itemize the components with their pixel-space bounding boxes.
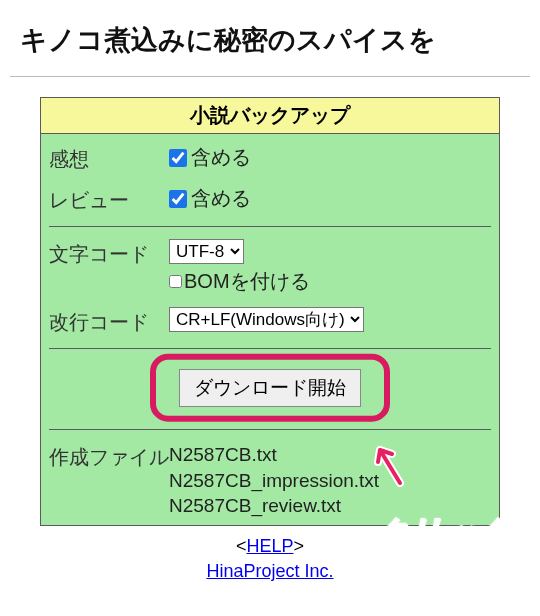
reviews-label: レビュー bbox=[49, 185, 169, 214]
download-button[interactable]: ダウンロード開始 bbox=[179, 369, 361, 407]
row-reviews: レビュー 含める bbox=[41, 179, 499, 220]
company-link[interactable]: HinaProject Inc. bbox=[206, 561, 333, 581]
impressions-label: 感想 bbox=[49, 144, 169, 173]
row-created-files: 作成ファイル N2587CB.txt N2587CB_impression.tx… bbox=[41, 436, 499, 525]
newline-select[interactable]: CR+LF(Windows向け) bbox=[169, 307, 364, 332]
reviews-checkbox-label: 含める bbox=[191, 185, 251, 212]
impressions-checkbox-label: 含める bbox=[191, 144, 251, 171]
row-download: ダウンロード開始 bbox=[41, 355, 499, 423]
separator bbox=[49, 429, 491, 430]
charset-select[interactable]: UTF-8 bbox=[169, 239, 244, 264]
backup-panel: 小説バックアップ 感想 含める レビュー 含める 文字コード UTF-8 bbox=[40, 97, 500, 526]
created-file: N2587CB_impression.txt bbox=[169, 468, 491, 494]
newline-label: 改行コード bbox=[49, 307, 169, 336]
divider bbox=[10, 76, 530, 77]
panel-header: 小説バックアップ bbox=[41, 98, 499, 134]
created-file: N2587CB_review.txt bbox=[169, 493, 491, 519]
reviews-checkbox[interactable] bbox=[169, 190, 187, 208]
row-newline: 改行コード CR+LF(Windows向け) bbox=[41, 301, 499, 342]
created-files-label: 作成ファイル bbox=[49, 442, 169, 471]
impressions-checkbox[interactable] bbox=[169, 149, 187, 167]
help-link[interactable]: HELP bbox=[246, 536, 293, 556]
created-file: N2587CB.txt bbox=[169, 442, 491, 468]
page-title: キノコ煮込みに秘密のスパイスを bbox=[0, 0, 540, 76]
bom-label: BOMを付ける bbox=[184, 268, 310, 295]
row-charset: 文字コード UTF-8 BOMを付ける bbox=[41, 233, 499, 301]
separator bbox=[49, 226, 491, 227]
footer: <HELP> HinaProject Inc. bbox=[0, 534, 540, 584]
separator bbox=[49, 348, 491, 349]
bom-checkbox[interactable] bbox=[169, 275, 182, 288]
row-impressions: 感想 含める bbox=[41, 134, 499, 179]
charset-label: 文字コード bbox=[49, 239, 169, 268]
